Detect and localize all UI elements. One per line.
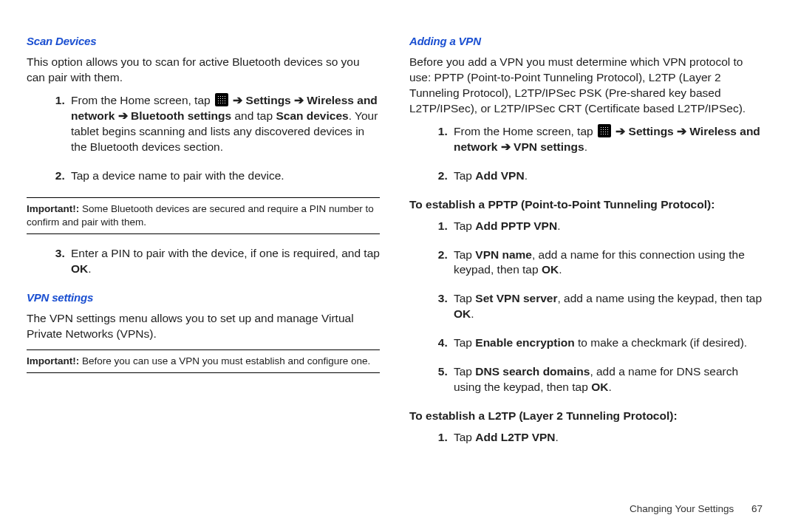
footer-section: Changing Your Settings bbox=[630, 503, 734, 514]
page-spread: Scan Devices This option allows you to s… bbox=[0, 0, 798, 502]
page-number: 67 bbox=[751, 503, 763, 514]
step-2: Tap Add VPN. bbox=[451, 168, 763, 184]
step-3: Enter a PIN to pair with the device, if … bbox=[68, 246, 380, 277]
heading-scan-devices: Scan Devices bbox=[27, 34, 380, 49]
subhead-pptp: To establish a PPTP (Point-to-Point Tunn… bbox=[409, 197, 763, 213]
step-1: From the Home screen, tap ➔ Settings ➔ W… bbox=[451, 124, 763, 155]
step-1: From the Home screen, tap ➔ Settings ➔ W… bbox=[68, 93, 380, 155]
steps-add-vpn: From the Home screen, tap ➔ Settings ➔ W… bbox=[409, 124, 763, 184]
para-vpn-intro: The VPN settings menu allows you to set … bbox=[27, 311, 380, 342]
important-note-vpn: Important!: Before you can use a VPN you… bbox=[27, 349, 380, 373]
left-column: Scan Devices This option allows you to s… bbox=[27, 30, 380, 488]
steps-l2tp: Tap Add L2TP VPN. bbox=[409, 430, 763, 446]
steps-scan: From the Home screen, tap ➔ Settings ➔ W… bbox=[27, 93, 380, 184]
apps-grid-icon bbox=[215, 93, 228, 106]
subhead-l2tp: To establish a L2TP (Layer 2 Tunneling P… bbox=[409, 409, 763, 424]
steps-pptp: Tap Add PPTP VPN. Tap VPN name, add a na… bbox=[409, 219, 763, 395]
pptp-step-2: Tap VPN name, add a name for this connec… bbox=[451, 248, 763, 279]
heading-adding-vpn: Adding a VPN bbox=[409, 34, 763, 49]
pptp-step-1: Tap Add PPTP VPN. bbox=[451, 219, 763, 234]
apps-grid-icon bbox=[598, 124, 611, 137]
pptp-step-4: Tap Enable encryption to make a checkmar… bbox=[451, 335, 763, 351]
para-scan-intro: This option allows you to scan for activ… bbox=[27, 55, 380, 86]
step-2: Tap a device name to pair with the devic… bbox=[68, 168, 380, 184]
l2tp-step-1: Tap Add L2TP VPN. bbox=[451, 430, 763, 446]
page-footer: Changing Your Settings 67 bbox=[630, 502, 763, 516]
steps-scan-cont: Enter a PIN to pair with the device, if … bbox=[27, 246, 380, 277]
pptp-step-5: Tap DNS search domains, add a name for D… bbox=[451, 364, 763, 395]
para-adding-vpn-intro: Before you add a VPN you must determine … bbox=[409, 55, 763, 117]
right-column: Adding a VPN Before you add a VPN you mu… bbox=[409, 30, 763, 488]
pptp-step-3: Tap Set VPN server, add a name using the… bbox=[451, 291, 763, 322]
important-note-bluetooth: Important!: Some Bluetooth devices are s… bbox=[27, 197, 380, 234]
heading-vpn-settings: VPN settings bbox=[27, 290, 380, 305]
